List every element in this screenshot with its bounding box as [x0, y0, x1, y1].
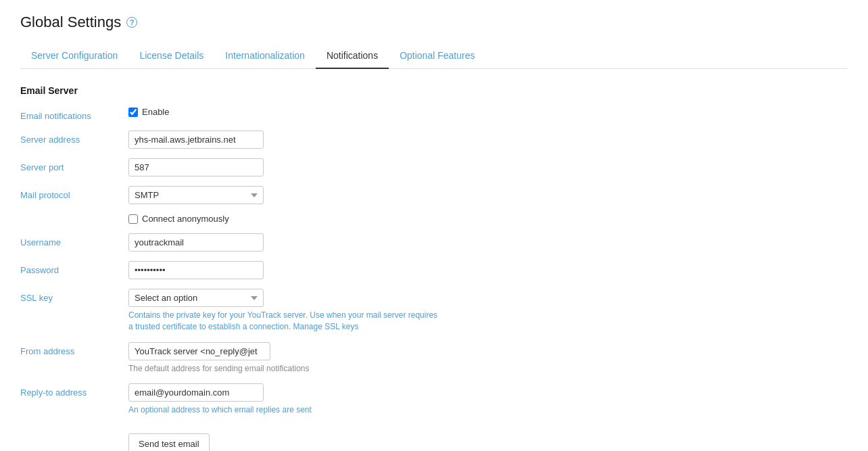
email-notifications-field: Enable: [128, 107, 466, 117]
send-test-row: Send test email: [128, 425, 848, 451]
server-port-field: [128, 158, 466, 176]
ssl-key-field: Select an option Contains the private ke…: [128, 289, 466, 333]
ssl-key-select[interactable]: Select an option: [128, 289, 264, 307]
from-address-label: From address: [20, 342, 128, 356]
tab-notifications[interactable]: Notifications: [316, 43, 389, 69]
section-title: Email Server: [20, 85, 848, 96]
username-field: [128, 233, 466, 252]
password-row: Password: [20, 261, 848, 279]
from-address-input[interactable]: [128, 342, 270, 360]
server-address-label: Server address: [20, 130, 128, 145]
mail-protocol-row: Mail protocol SMTP SMTPS: [20, 186, 848, 204]
tab-internationalization[interactable]: Internationalization: [214, 43, 316, 69]
title-text: Global Settings: [20, 14, 121, 31]
reply-to-field: An optional address to which email repli…: [128, 383, 466, 416]
reply-to-label: Reply-to address: [20, 383, 128, 398]
username-label: Username: [20, 233, 128, 247]
server-port-input[interactable]: [128, 158, 264, 176]
password-field: [128, 261, 466, 279]
help-icon[interactable]: ?: [126, 17, 137, 28]
password-label: Password: [20, 261, 128, 275]
enable-checkbox[interactable]: [128, 108, 138, 117]
ssl-key-hint: Contains the private key for your YouTra…: [128, 310, 439, 333]
tab-license-details[interactable]: License Details: [128, 43, 214, 69]
password-input[interactable]: [128, 261, 264, 279]
username-row: Username: [20, 233, 848, 252]
reply-to-row: Reply-to address An optional address to …: [20, 383, 848, 416]
from-address-hint: The default address for sending email no…: [128, 363, 466, 375]
server-address-field: [128, 130, 466, 149]
from-address-field: The default address for sending email no…: [128, 342, 466, 375]
connect-anon-row: Connect anonymously: [128, 214, 848, 224]
username-input[interactable]: [128, 233, 264, 252]
ssl-key-label: SSL key: [20, 289, 128, 303]
mail-protocol-field: SMTP SMTPS: [128, 186, 466, 204]
tab-server-config[interactable]: Server Configuration: [20, 43, 128, 69]
mail-protocol-label: Mail protocol: [20, 186, 128, 200]
mail-protocol-select[interactable]: SMTP SMTPS: [128, 186, 264, 204]
ssl-key-row: SSL key Select an option Contains the pr…: [20, 289, 848, 333]
connect-anon-checkbox[interactable]: [128, 214, 138, 224]
tab-optional-features[interactable]: Optional Features: [389, 43, 485, 69]
page-title: Global Settings ?: [20, 14, 848, 31]
tabs-bar: Server Configuration License Details Int…: [20, 43, 848, 69]
reply-to-input[interactable]: [128, 383, 264, 402]
server-port-label: Server port: [20, 158, 128, 172]
enable-label: Enable: [142, 107, 169, 117]
email-notifications-label: Email notifications: [20, 107, 128, 121]
send-test-button[interactable]: Send test email: [128, 433, 210, 451]
manage-ssl-link[interactable]: Manage SSL keys: [293, 322, 358, 331]
reply-to-hint: An optional address to which email repli…: [128, 404, 466, 416]
server-port-row: Server port: [20, 158, 848, 176]
server-address-input[interactable]: [128, 130, 264, 149]
from-address-row: From address The default address for sen…: [20, 342, 848, 375]
server-address-row: Server address: [20, 130, 848, 149]
email-notifications-row: Email notifications Enable: [20, 107, 848, 121]
connect-anon-label: Connect anonymously: [142, 214, 229, 224]
